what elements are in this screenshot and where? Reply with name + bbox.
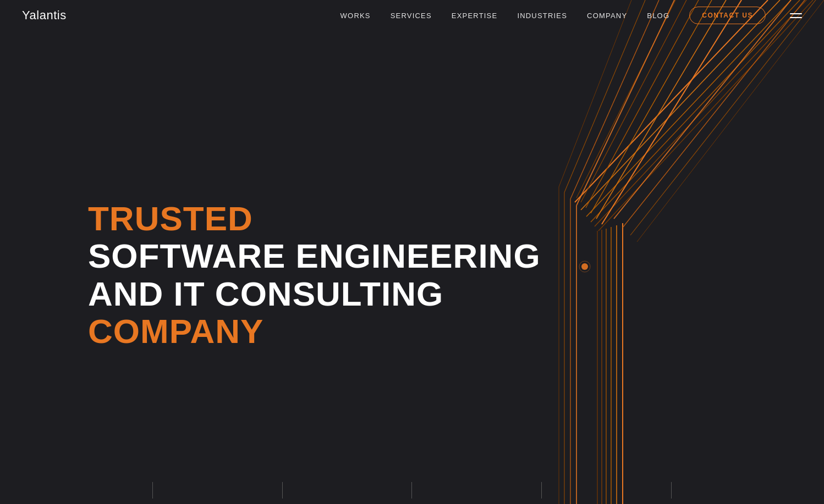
contact-us-button[interactable]: CONTACT US <box>689 7 766 24</box>
bottom-ticks <box>0 482 824 504</box>
hero-line-1: TRUSTED <box>88 200 541 237</box>
nav-link-works[interactable]: WORKS <box>340 12 371 20</box>
svg-point-31 <box>581 263 588 270</box>
nav-link-industries[interactable]: INDUSTRIES <box>517 12 567 20</box>
nav-item-expertise[interactable]: EXPERTISE <box>452 10 498 20</box>
hero-content: TRUSTED SOFTWARE ENGINEERING AND IT CONS… <box>88 200 541 350</box>
tick-2 <box>282 482 283 499</box>
nav-links: WORKS SERVICES EXPERTISE INDUSTRIES COMP… <box>340 10 670 20</box>
tick-1 <box>152 482 153 499</box>
menu-line-2 <box>790 17 802 18</box>
hero-title: TRUSTED SOFTWARE ENGINEERING AND IT CONS… <box>88 200 541 350</box>
nav-link-company[interactable]: COMPANY <box>587 12 627 20</box>
nav-item-works[interactable]: WORKS <box>340 10 371 20</box>
tick-3 <box>411 482 412 499</box>
hero-line-4: COMPANY <box>88 313 541 350</box>
hero-line-3: AND IT CONSULTING <box>88 275 541 313</box>
navbar: Yalantis WORKS SERVICES EXPERTISE INDUST… <box>0 0 824 31</box>
nav-right: WORKS SERVICES EXPERTISE INDUSTRIES COMP… <box>340 7 802 24</box>
nav-item-services[interactable]: SERVICES <box>391 10 432 20</box>
menu-line-1 <box>790 13 802 14</box>
hero-section: Yalantis WORKS SERVICES EXPERTISE INDUST… <box>0 0 824 504</box>
nav-link-expertise[interactable]: EXPERTISE <box>452 12 498 20</box>
nav-item-company[interactable]: COMPANY <box>587 10 627 20</box>
logo[interactable]: Yalantis <box>22 8 67 23</box>
tick-4 <box>541 482 542 499</box>
tick-5 <box>671 482 672 499</box>
hero-line-2: SOFTWARE ENGINEERING <box>88 237 541 275</box>
nav-item-blog[interactable]: BLOG <box>647 10 669 20</box>
nav-link-blog[interactable]: BLOG <box>647 12 669 20</box>
nav-link-services[interactable]: SERVICES <box>391 12 432 20</box>
hamburger-menu-icon[interactable] <box>790 13 802 18</box>
nav-item-industries[interactable]: INDUSTRIES <box>517 10 567 20</box>
